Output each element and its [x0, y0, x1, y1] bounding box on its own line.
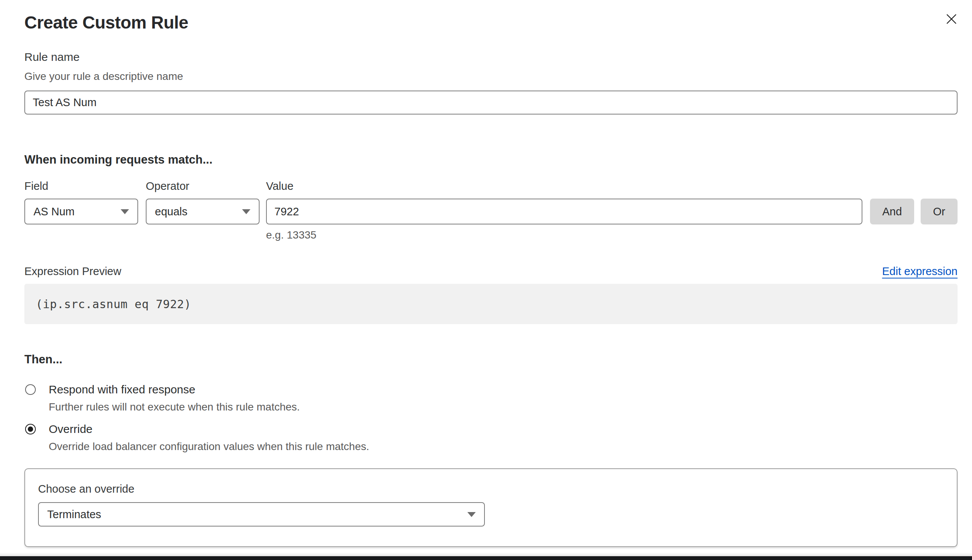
rule-name-input[interactable] — [24, 90, 957, 115]
rule-name-helper: Give your rule a descriptive name — [24, 70, 957, 83]
override-description: Override load balancer configuration val… — [49, 440, 957, 453]
override-panel: Choose an override Terminates — [24, 468, 957, 547]
expression-code: (ip.src.asnum eq 7922) — [36, 298, 191, 311]
field-select-value: AS Num — [33, 205, 75, 218]
then-option-fixed-response: Respond with fixed response Further rule… — [24, 383, 957, 413]
fixed-response-description: Further rules will not execute when this… — [49, 400, 957, 413]
override-select-value: Terminates — [47, 508, 101, 521]
choose-override-label: Choose an override — [38, 482, 944, 496]
override-select[interactable]: Terminates — [38, 502, 485, 527]
dialog-title: Create Custom Rule — [24, 0, 957, 33]
match-controls-row: AS Num equals And Or — [24, 198, 957, 225]
close-icon — [946, 13, 957, 25]
match-column-labels: Field Operator Value — [24, 180, 957, 193]
rule-name-label: Rule name — [24, 50, 957, 64]
operator-label: Operator — [146, 180, 189, 192]
field-label: Field — [24, 180, 48, 192]
bottom-fade — [0, 553, 972, 556]
expression-preview-label: Expression Preview — [24, 265, 122, 278]
bottom-dark-bar — [0, 556, 972, 560]
create-custom-rule-dialog: Create Custom Rule Rule name Give your r… — [0, 0, 972, 560]
chevron-down-icon — [242, 209, 250, 214]
override-radio[interactable]: Override — [24, 423, 957, 436]
then-option-override: Override Override load balancer configur… — [24, 423, 957, 453]
operator-select[interactable]: equals — [146, 198, 260, 225]
field-select[interactable]: AS Num — [24, 198, 138, 225]
fixed-response-label: Respond with fixed response — [49, 383, 195, 396]
override-label: Override — [49, 423, 92, 436]
operator-select-value: equals — [155, 205, 187, 218]
chevron-down-icon — [467, 512, 476, 517]
or-button[interactable]: Or — [920, 198, 957, 225]
and-button[interactable]: And — [870, 198, 914, 225]
radio-circle-icon — [25, 384, 36, 395]
value-input[interactable] — [266, 198, 862, 225]
radio-circle-icon — [25, 424, 36, 435]
then-heading: Then... — [24, 352, 957, 367]
value-hint: e.g. 13335 — [266, 228, 957, 242]
close-button[interactable] — [944, 12, 959, 27]
value-label: Value — [266, 180, 293, 192]
match-heading: When incoming requests match... — [24, 153, 957, 167]
expression-header: Expression Preview Edit expression — [24, 265, 957, 278]
chevron-down-icon — [121, 209, 129, 214]
edit-expression-link[interactable]: Edit expression — [882, 265, 957, 278]
expression-preview-box: (ip.src.asnum eq 7922) — [24, 284, 957, 324]
fixed-response-radio[interactable]: Respond with fixed response — [24, 383, 957, 396]
